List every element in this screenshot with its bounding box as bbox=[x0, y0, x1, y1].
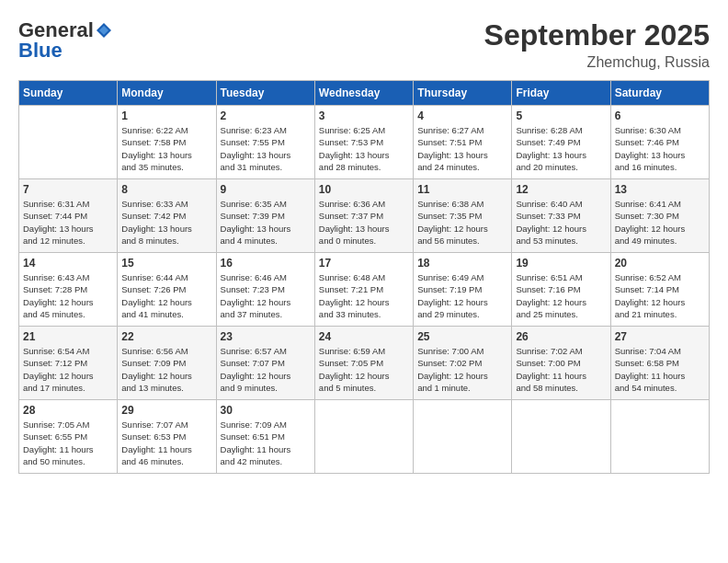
calendar-cell: 28Sunrise: 7:05 AM Sunset: 6:55 PM Dayli… bbox=[19, 400, 118, 474]
day-content: Sunrise: 6:23 AM Sunset: 7:55 PM Dayligh… bbox=[221, 124, 311, 173]
day-content: Sunrise: 7:00 AM Sunset: 7:02 PM Dayligh… bbox=[417, 345, 507, 394]
calendar-cell: 11Sunrise: 6:38 AM Sunset: 7:35 PM Dayli… bbox=[414, 179, 512, 253]
day-content: Sunrise: 6:44 AM Sunset: 7:26 PM Dayligh… bbox=[121, 271, 211, 320]
day-content: Sunrise: 7:04 AM Sunset: 6:58 PM Dayligh… bbox=[615, 345, 705, 394]
calendar-cell: 24Sunrise: 6:59 AM Sunset: 7:05 PM Dayli… bbox=[314, 327, 413, 400]
location: Zhemchug, Russia bbox=[484, 54, 710, 71]
day-content: Sunrise: 6:22 AM Sunset: 7:58 PM Dayligh… bbox=[121, 124, 211, 173]
calendar-cell: 13Sunrise: 6:41 AM Sunset: 7:30 PM Dayli… bbox=[610, 179, 709, 253]
day-number: 2 bbox=[221, 109, 311, 122]
calendar-cell: 22Sunrise: 6:56 AM Sunset: 7:09 PM Dayli… bbox=[118, 327, 216, 400]
calendar-cell: 26Sunrise: 7:02 AM Sunset: 7:00 PM Dayli… bbox=[512, 327, 610, 400]
logo-icon bbox=[95, 21, 113, 40]
day-number: 5 bbox=[516, 109, 606, 122]
calendar-cell: 9Sunrise: 6:35 AM Sunset: 7:39 PM Daylig… bbox=[216, 179, 314, 253]
calendar-cell: 17Sunrise: 6:48 AM Sunset: 7:21 PM Dayli… bbox=[314, 253, 413, 327]
header-row: SundayMondayTuesdayWednesdayThursdayFrid… bbox=[19, 81, 710, 106]
day-content: Sunrise: 6:56 AM Sunset: 7:09 PM Dayligh… bbox=[121, 345, 211, 394]
day-number: 14 bbox=[23, 257, 113, 270]
calendar-cell: 21Sunrise: 6:54 AM Sunset: 7:12 PM Dayli… bbox=[19, 327, 118, 400]
day-number: 28 bbox=[23, 404, 113, 417]
day-number: 6 bbox=[615, 109, 705, 122]
calendar-week-row: 21Sunrise: 6:54 AM Sunset: 7:12 PM Dayli… bbox=[19, 327, 710, 400]
day-content: Sunrise: 6:41 AM Sunset: 7:30 PM Dayligh… bbox=[615, 198, 705, 247]
calendar-week-row: 14Sunrise: 6:43 AM Sunset: 7:28 PM Dayli… bbox=[19, 253, 710, 327]
day-number: 4 bbox=[417, 109, 507, 122]
calendar-cell: 23Sunrise: 6:57 AM Sunset: 7:07 PM Dayli… bbox=[216, 327, 314, 400]
day-number: 30 bbox=[221, 404, 311, 417]
calendar-table: SundayMondayTuesdayWednesdayThursdayFrid… bbox=[18, 80, 710, 474]
calendar-cell: 25Sunrise: 7:00 AM Sunset: 7:02 PM Dayli… bbox=[414, 327, 512, 400]
calendar-cell: 27Sunrise: 7:04 AM Sunset: 6:58 PM Dayli… bbox=[610, 327, 709, 400]
day-number: 1 bbox=[121, 109, 211, 122]
day-content: Sunrise: 6:30 AM Sunset: 7:46 PM Dayligh… bbox=[615, 124, 705, 173]
day-content: Sunrise: 6:36 AM Sunset: 7:37 PM Dayligh… bbox=[319, 198, 409, 247]
day-number: 16 bbox=[221, 257, 311, 270]
calendar-cell: 15Sunrise: 6:44 AM Sunset: 7:26 PM Dayli… bbox=[118, 253, 216, 327]
calendar-cell: 6Sunrise: 6:30 AM Sunset: 7:46 PM Daylig… bbox=[610, 106, 709, 179]
calendar-cell: 16Sunrise: 6:46 AM Sunset: 7:23 PM Dayli… bbox=[216, 253, 314, 327]
day-number: 26 bbox=[516, 330, 606, 343]
calendar-cell: 20Sunrise: 6:52 AM Sunset: 7:14 PM Dayli… bbox=[610, 253, 709, 327]
day-content: Sunrise: 6:43 AM Sunset: 7:28 PM Dayligh… bbox=[23, 271, 113, 320]
day-content: Sunrise: 7:02 AM Sunset: 7:00 PM Dayligh… bbox=[516, 345, 606, 394]
calendar-cell bbox=[19, 106, 118, 179]
day-content: Sunrise: 6:25 AM Sunset: 7:53 PM Dayligh… bbox=[319, 124, 409, 173]
day-number: 8 bbox=[121, 183, 211, 196]
day-number: 25 bbox=[417, 330, 507, 343]
calendar-cell: 30Sunrise: 7:09 AM Sunset: 6:51 PM Dayli… bbox=[216, 400, 314, 474]
weekday-header: Sunday bbox=[19, 81, 118, 106]
calendar-cell: 29Sunrise: 7:07 AM Sunset: 6:53 PM Dayli… bbox=[118, 400, 216, 474]
calendar-cell: 19Sunrise: 6:51 AM Sunset: 7:16 PM Dayli… bbox=[512, 253, 610, 327]
day-number: 12 bbox=[516, 183, 606, 196]
calendar-cell: 8Sunrise: 6:33 AM Sunset: 7:42 PM Daylig… bbox=[118, 179, 216, 253]
calendar-cell: 14Sunrise: 6:43 AM Sunset: 7:28 PM Dayli… bbox=[19, 253, 118, 327]
calendar-week-row: 1Sunrise: 6:22 AM Sunset: 7:58 PM Daylig… bbox=[19, 106, 710, 179]
day-number: 24 bbox=[319, 330, 409, 343]
calendar-cell bbox=[414, 400, 512, 474]
day-content: Sunrise: 6:33 AM Sunset: 7:42 PM Dayligh… bbox=[121, 198, 211, 247]
day-content: Sunrise: 6:46 AM Sunset: 7:23 PM Dayligh… bbox=[221, 271, 311, 320]
day-number: 17 bbox=[319, 257, 409, 270]
day-content: Sunrise: 7:05 AM Sunset: 6:55 PM Dayligh… bbox=[23, 419, 113, 467]
calendar-cell bbox=[512, 400, 610, 474]
day-content: Sunrise: 6:38 AM Sunset: 7:35 PM Dayligh… bbox=[417, 198, 507, 247]
day-number: 11 bbox=[417, 183, 507, 196]
day-number: 13 bbox=[615, 183, 705, 196]
day-content: Sunrise: 6:40 AM Sunset: 7:33 PM Dayligh… bbox=[516, 198, 606, 247]
calendar-cell: 10Sunrise: 6:36 AM Sunset: 7:37 PM Dayli… bbox=[314, 179, 413, 253]
day-content: Sunrise: 6:51 AM Sunset: 7:16 PM Dayligh… bbox=[516, 271, 606, 320]
calendar-cell: 18Sunrise: 6:49 AM Sunset: 7:19 PM Dayli… bbox=[414, 253, 512, 327]
logo: General Blue bbox=[18, 18, 114, 63]
day-content: Sunrise: 6:54 AM Sunset: 7:12 PM Dayligh… bbox=[23, 345, 113, 394]
day-content: Sunrise: 6:57 AM Sunset: 7:07 PM Dayligh… bbox=[221, 345, 311, 394]
calendar-cell: 5Sunrise: 6:28 AM Sunset: 7:49 PM Daylig… bbox=[512, 106, 610, 179]
day-content: Sunrise: 6:52 AM Sunset: 7:14 PM Dayligh… bbox=[615, 271, 705, 320]
calendar-cell: 7Sunrise: 6:31 AM Sunset: 7:44 PM Daylig… bbox=[19, 179, 118, 253]
day-number: 15 bbox=[121, 257, 211, 270]
weekday-header: Monday bbox=[118, 81, 216, 106]
day-content: Sunrise: 6:59 AM Sunset: 7:05 PM Dayligh… bbox=[319, 345, 409, 394]
day-content: Sunrise: 7:07 AM Sunset: 6:53 PM Dayligh… bbox=[121, 419, 211, 467]
weekday-header: Saturday bbox=[610, 81, 709, 106]
calendar-cell bbox=[314, 400, 413, 474]
day-content: Sunrise: 6:31 AM Sunset: 7:44 PM Dayligh… bbox=[23, 198, 113, 247]
calendar-cell: 3Sunrise: 6:25 AM Sunset: 7:53 PM Daylig… bbox=[314, 106, 413, 179]
day-number: 29 bbox=[121, 404, 211, 417]
page-header: General Blue September 2025 Zhemchug, Ru… bbox=[18, 18, 710, 71]
calendar-cell: 2Sunrise: 6:23 AM Sunset: 7:55 PM Daylig… bbox=[216, 106, 314, 179]
weekday-header: Friday bbox=[512, 81, 610, 106]
calendar-cell: 12Sunrise: 6:40 AM Sunset: 7:33 PM Dayli… bbox=[512, 179, 610, 253]
day-content: Sunrise: 6:27 AM Sunset: 7:51 PM Dayligh… bbox=[417, 124, 507, 173]
day-number: 9 bbox=[221, 183, 311, 196]
day-content: Sunrise: 6:48 AM Sunset: 7:21 PM Dayligh… bbox=[319, 271, 409, 320]
day-content: Sunrise: 7:09 AM Sunset: 6:51 PM Dayligh… bbox=[221, 419, 311, 467]
day-number: 21 bbox=[23, 330, 113, 343]
calendar-week-row: 28Sunrise: 7:05 AM Sunset: 6:55 PM Dayli… bbox=[19, 400, 710, 474]
calendar-week-row: 7Sunrise: 6:31 AM Sunset: 7:44 PM Daylig… bbox=[19, 179, 710, 253]
day-number: 22 bbox=[121, 330, 211, 343]
month-title: September 2025 bbox=[484, 18, 710, 52]
calendar-cell: 4Sunrise: 6:27 AM Sunset: 7:51 PM Daylig… bbox=[414, 106, 512, 179]
calendar-cell bbox=[610, 400, 709, 474]
day-number: 3 bbox=[319, 109, 409, 122]
